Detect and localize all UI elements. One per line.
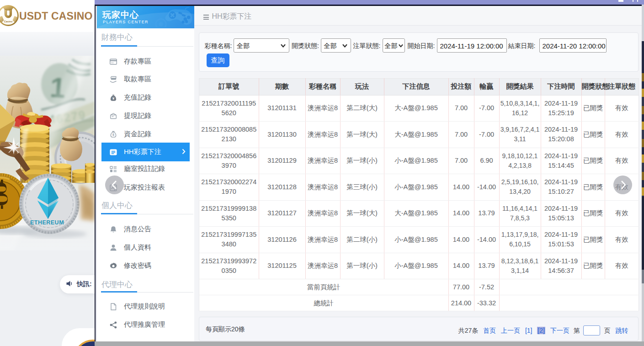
svg-text:$: $ bbox=[112, 133, 114, 137]
svg-text:ETHEREUM: ETHEREUM bbox=[30, 219, 64, 226]
svg-text:Casino: Casino bbox=[4, 20, 13, 23]
svg-text:USDT CASINO: USDT CASINO bbox=[19, 10, 93, 22]
